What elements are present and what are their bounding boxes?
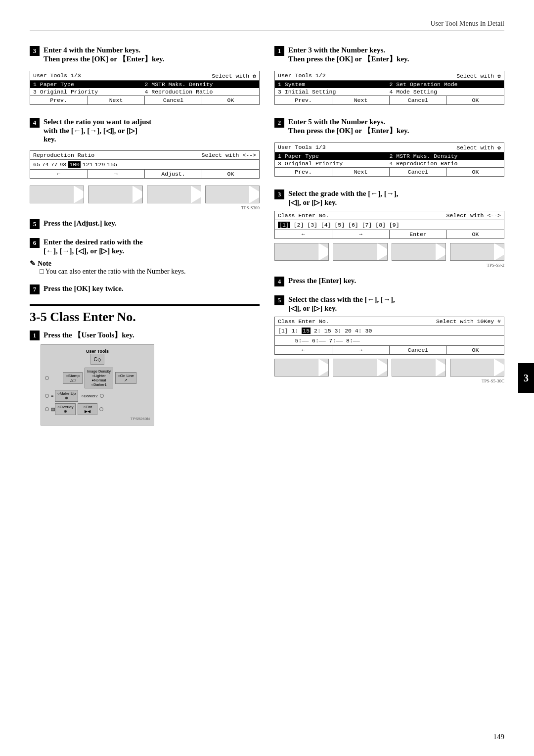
right-step-5-text: Select the class with the [←], [→],[◁], … <box>288 295 395 313</box>
ui-r2-row-2: 3 Original Priority 4 Reproduction Ratio <box>275 160 504 167</box>
class-num-hl: [1] <box>278 222 290 228</box>
chevron-box-r3-2 <box>333 243 387 261</box>
class-btn-left-1[interactable]: ← <box>275 230 332 238</box>
km-key-density: Image Density○Lighter●Normal○Darker1 <box>85 368 113 388</box>
class-btn-ok-1[interactable]: OK <box>447 230 504 238</box>
step-5-block: 5 Press the [Adjust.] key. <box>30 219 260 229</box>
step-4-heading: 4 Select the ratio you want to adjustwit… <box>30 118 260 143</box>
repro-ratio-box: Reproduction Ratio Select with <--> 65 7… <box>30 150 260 179</box>
ui-row1-right: 2 MSTR Maks. Density <box>145 81 257 88</box>
right-step-5-heading: 5 Select the class with the [←], [→],[◁]… <box>274 295 504 313</box>
note-title: Note <box>30 259 260 268</box>
class-title-row-1: Class Enter No. Select with <--> <box>275 211 504 220</box>
repro-btn-left[interactable]: ← <box>30 170 88 178</box>
ui-title-row-1: User Tools 1/3 Select with ✿ <box>30 71 259 81</box>
chevron-box-4 <box>205 186 260 203</box>
ui-r1-row2-left: 3 Initial Setting <box>278 89 390 95</box>
section-divider <box>30 304 260 306</box>
repro-title-row: Reproduction Ratio Select with <--> <box>30 151 259 160</box>
repro-num-74: 74 <box>42 161 49 168</box>
right-step-4-block: 4 Press the [Enter] key. <box>274 277 504 286</box>
repro-btn-right[interactable]: → <box>88 170 145 178</box>
repro-btn-adjust[interactable]: Adjust. <box>145 170 202 178</box>
step-3-num: 3 <box>30 46 40 56</box>
chevron-row-r3 <box>274 243 504 261</box>
header-title: User Tool Menus In Detail <box>430 20 504 28</box>
ui-r1-btn-prev[interactable]: Prev. <box>275 96 332 104</box>
class-btn-right-2[interactable]: → <box>332 346 390 354</box>
repro-btn-ok[interactable]: OK <box>202 170 259 178</box>
ui-r2-row2-right: 4 Reproduction Ratio <box>390 160 501 167</box>
step-4-text: Select the ratio you want to adjustwith … <box>44 118 151 143</box>
ui-row2-right: 4 Reproduction Ratio <box>145 89 257 95</box>
repro-numbers-row: 65 74 77 93 100 121 129 155 <box>30 160 259 170</box>
tps-label-r5: TPS-S5-30C <box>274 378 504 383</box>
right-step-1-block: 1 Enter 3 with the Number keys.Then pres… <box>274 46 504 109</box>
step-3-heading: 3 Enter 4 with the Number keys.Then pres… <box>30 46 260 64</box>
step-1-bottom-num: 1 <box>30 331 40 340</box>
chevron-box-1 <box>30 186 84 203</box>
repro-num-121: 121 <box>83 161 93 168</box>
km-dot-5 <box>99 407 103 411</box>
km-dot-1 <box>45 376 49 380</box>
class-title-left-1: Class Enter No. <box>278 212 329 219</box>
ui-r2-row1-left: 1 Paper Type <box>278 153 390 159</box>
ui-r1-btn-cancel[interactable]: Cancel <box>390 96 447 104</box>
step-5-text: Press the [Adjust.] key. <box>44 219 117 228</box>
step-5-heading: 5 Press the [Adjust.] key. <box>30 219 260 229</box>
right-step-5-num: 5 <box>274 295 284 305</box>
km-icon: C◇ <box>90 354 104 365</box>
step-6-heading: 6 Enter the desired ratio with the[←], [… <box>30 238 260 255</box>
class-title-right-1: Select with <--> <box>446 212 501 219</box>
ui-row2-left: 3 Original Priority <box>33 89 145 95</box>
step-1-bottom-text: Press the 【User Tools】key. <box>44 331 134 340</box>
step-6-text: Enter the desired ratio with the[←], [→]… <box>44 238 143 255</box>
chevron-box-2 <box>88 186 142 203</box>
step-5-num: 5 <box>30 219 40 229</box>
class-row2: 5:—— 6:—— 7:—— 8:—— <box>278 337 360 344</box>
ui-r1-btn-ok[interactable]: OK <box>447 96 504 104</box>
ui-r2-btn-ok[interactable]: OK <box>447 168 504 176</box>
class-btn-cancel-2[interactable]: Cancel <box>390 346 447 354</box>
class-btn-enter-1[interactable]: Enter <box>390 230 447 238</box>
right-step-2-block: 2 Enter 5 with the Number keys.Then pres… <box>274 118 504 181</box>
km-darker2: ○Darker2 <box>81 394 97 398</box>
ui-btn-next-1[interactable]: Next <box>88 96 145 104</box>
km-dot-3 <box>100 394 104 398</box>
ui-r2-row2-left: 3 Original Priority <box>278 160 390 167</box>
page-header: User Tool Menus In Detail <box>30 20 504 31</box>
right-step-1-heading: 1 Enter 3 with the Number keys.Then pres… <box>274 46 504 64</box>
step-7-heading: 7 Press the [OK] key twice. <box>30 284 260 294</box>
step-7-num: 7 <box>30 284 40 294</box>
step-1-bottom-block: 1 Press the 【User Tools】key. User Tools … <box>30 331 260 425</box>
right-step-4-heading: 4 Press the [Enter] key. <box>274 277 504 286</box>
ui-r2-btn-cancel[interactable]: Cancel <box>390 168 447 176</box>
ui-r2-title-right: Select with ✿ <box>456 144 501 151</box>
ui-btn-prev-1[interactable]: Prev. <box>30 96 88 104</box>
class-btn-row-2: ← → Cancel OK <box>275 346 504 354</box>
ui-r1-row1-right: 2 Set Operation Mode <box>390 81 501 88</box>
class-btn-right-1[interactable]: → <box>332 230 390 238</box>
km-dot-4 <box>45 407 49 411</box>
ui-row-2: 3 Original Priority 4 Reproduction Ratio <box>30 88 259 95</box>
step-3-text: Enter 4 with the Number keys.Then press … <box>44 46 164 64</box>
ui-row-1-hl: 1 Paper Type 2 MSTR Maks. Density <box>30 81 259 88</box>
right-step-3-num: 3 <box>274 189 284 199</box>
right-step-3-text: Select the grade with the [←], [→],[◁], … <box>288 189 398 207</box>
ui-r2-btn-next[interactable]: Next <box>332 168 390 176</box>
ui-btn-cancel-1[interactable]: Cancel <box>145 96 202 104</box>
ui-btn-ok-1[interactable]: OK <box>202 96 259 104</box>
ui-r1-row2-right: 4 Mode Setting <box>390 89 501 95</box>
right-step-2-text: Enter 5 with the Number keys.Then press … <box>288 118 409 136</box>
repro-num-77: 77 <box>51 161 58 168</box>
right-step-2-heading: 2 Enter 5 with the Number keys.Then pres… <box>274 118 504 136</box>
ui-r1-btn-next[interactable]: Next <box>332 96 390 104</box>
ui-r2-btn-prev[interactable]: Prev. <box>275 168 332 176</box>
class-title-left-2: Class Enter No. <box>278 318 329 325</box>
repro-num-129: 129 <box>95 161 105 168</box>
km-key-makeup: ○Make-Up⊕ <box>55 390 78 402</box>
class-nums-row-2: [1] 1: 15 2: 15 3: 20 4: 30 <box>275 326 504 336</box>
ui-r1-row1-left: 1 System <box>278 81 390 88</box>
class-btn-ok-2[interactable]: OK <box>447 346 504 354</box>
class-btn-left-2[interactable]: ← <box>275 346 332 354</box>
